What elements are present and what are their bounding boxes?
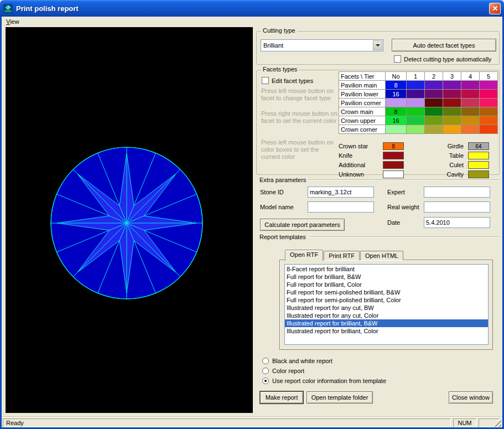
stone-id-input[interactable]: [308, 187, 374, 198]
facet-count-cell[interactable]: [386, 99, 407, 107]
facet-color-cell[interactable]: [461, 107, 480, 116]
template-list-item[interactable]: Illustrated report for brilliant, B&W: [285, 319, 488, 327]
facet-color-cell[interactable]: [443, 90, 461, 99]
facet-color-cell[interactable]: [480, 116, 498, 125]
facet-color-cell[interactable]: [407, 90, 425, 99]
template-list[interactable]: 8-Facet report for brilliantFull report …: [284, 264, 489, 345]
report-tabs: Open RTF Print RTF Open HTML: [285, 249, 404, 260]
make-report-button[interactable]: Make report: [260, 391, 303, 404]
open-template-folder-button[interactable]: Open template folder: [306, 391, 373, 404]
facet-color-cell[interactable]: [407, 81, 425, 90]
facet-row-label: Pavilion main: [339, 81, 386, 90]
template-list-item[interactable]: Full report for semi-polished brilliant,…: [285, 296, 488, 304]
facet-extra-row: Unknown: [339, 169, 404, 179]
real-weight-label: Real weight: [387, 204, 419, 210]
facet-color-cell[interactable]: [461, 90, 480, 99]
facet-color-cell[interactable]: [480, 125, 498, 134]
radio-black-white-label: Black and white report: [272, 358, 332, 364]
facet-color-cell[interactable]: [461, 81, 480, 90]
close-icon: [492, 6, 498, 11]
template-list-item[interactable]: Illustrated report for any cut, BW: [285, 304, 488, 312]
facet-color-cell[interactable]: [425, 125, 443, 134]
facet-color-cell[interactable]: [407, 107, 425, 116]
tab-open-rtf[interactable]: Open RTF: [285, 250, 323, 261]
facet-color-box[interactable]: [383, 152, 404, 159]
calculate-report-button[interactable]: Calculate report parameters: [260, 219, 345, 231]
radio-black-white-report[interactable]: [262, 358, 269, 364]
facet-color-box[interactable]: [383, 170, 404, 178]
facet-color-cell[interactable]: [407, 99, 425, 107]
facet-extra-row: Additional: [339, 160, 404, 169]
facet-color-cell[interactable]: [407, 116, 425, 125]
facet-color-box[interactable]: [468, 170, 489, 178]
template-list-item[interactable]: Illustrated report for brilliant, Color: [285, 327, 488, 335]
facet-color-cell[interactable]: [443, 81, 461, 90]
facet-color-cell[interactable]: [407, 125, 425, 134]
title-bar[interactable]: Print polish report: [0, 0, 504, 17]
facet-count-cell[interactable]: 8: [386, 107, 407, 116]
date-input[interactable]: [424, 217, 490, 228]
facet-hint-1: Press left mouse button on facet to chan…: [261, 87, 339, 102]
facet-color-box[interactable]: 8: [383, 142, 404, 150]
facet-color-box[interactable]: 64: [468, 142, 489, 150]
facet-color-box[interactable]: [383, 161, 404, 169]
facet-hint-2: Press right mouse button on facet to set…: [261, 110, 339, 125]
edit-facets-checkbox[interactable]: [262, 77, 269, 84]
menu-bar: View: [2, 17, 502, 27]
facet-color-cell[interactable]: [461, 125, 480, 134]
facet-color-cell[interactable]: [425, 90, 443, 99]
facet-color-box[interactable]: [468, 161, 489, 169]
facet-color-cell[interactable]: [425, 81, 443, 90]
cutting-type-combo[interactable]: Brilliant: [261, 39, 383, 51]
tab-print-rtf[interactable]: Print RTF: [324, 251, 360, 260]
facet-color-cell[interactable]: [480, 107, 498, 116]
radio-color-report[interactable]: [262, 368, 269, 374]
facet-count-cell[interactable]: 16: [386, 90, 407, 99]
facet-row-label: Pavilion lower: [339, 90, 386, 99]
facet-extra-label: Table: [427, 152, 468, 159]
template-list-item[interactable]: Full report for semi-polished brilliant,…: [285, 288, 488, 296]
close-button[interactable]: [489, 3, 501, 14]
auto-detect-button[interactable]: Auto detect facet types: [392, 39, 496, 51]
facet-count-cell[interactable]: [386, 125, 407, 134]
facet-color-cell[interactable]: [443, 99, 461, 107]
facet-color-cell[interactable]: [461, 116, 480, 125]
template-list-item[interactable]: Illustrated report for any cut, Color: [285, 312, 488, 319]
template-list-item[interactable]: Full report for brilliant, B&W: [285, 273, 488, 281]
close-window-button[interactable]: Close window: [449, 391, 493, 404]
facet-color-cell[interactable]: [425, 107, 443, 116]
template-list-item[interactable]: Full report for brilliant, Color: [285, 281, 488, 288]
menu-view[interactable]: View: [2, 17, 24, 27]
facet-table-header-cell: Facets \ Tier: [339, 72, 386, 81]
facet-color-cell[interactable]: [480, 81, 498, 90]
facet-extra-label: Cavity: [427, 171, 468, 178]
facet-color-cell[interactable]: [480, 99, 498, 107]
facet-color-cell[interactable]: [461, 99, 480, 107]
facet-color-cell[interactable]: [480, 90, 498, 99]
model-name-input[interactable]: [308, 201, 374, 213]
gem-svg[interactable]: [6, 27, 253, 413]
facet-color-box[interactable]: [468, 152, 489, 159]
facet-table-header-cell: 4: [461, 72, 480, 81]
facet-count-cell[interactable]: 16: [386, 116, 407, 125]
facet-color-cell[interactable]: [425, 116, 443, 125]
cutting-type-value: Brilliant: [263, 42, 283, 49]
facet-extra-label: Unknown: [339, 171, 383, 178]
facet-count-cell[interactable]: 8: [386, 81, 407, 90]
print-polish-report-window: Print polish report View Cutting type Br…: [0, 0, 504, 429]
window-title: Print polish report: [16, 4, 489, 13]
template-list-item[interactable]: 8-Facet report for brilliant: [285, 265, 488, 273]
expert-input[interactable]: [424, 187, 490, 198]
detect-cutting-checkbox[interactable]: [394, 55, 401, 63]
facet-color-cell[interactable]: [443, 116, 461, 125]
radio-template-colors[interactable]: [262, 378, 269, 384]
combo-dropdown-button[interactable]: [373, 40, 382, 50]
detect-cutting-label: Detect cutting type automatically: [404, 56, 491, 63]
real-weight-input[interactable]: [424, 201, 490, 213]
tab-open-html[interactable]: Open HTML: [360, 251, 403, 260]
facet-color-cell[interactable]: [425, 99, 443, 107]
facet-color-cell[interactable]: [443, 125, 461, 134]
facet-row-label: Pavilion corner: [339, 99, 386, 107]
facet-color-cell[interactable]: [443, 107, 461, 116]
facet-extra-label: Additional: [339, 162, 383, 168]
